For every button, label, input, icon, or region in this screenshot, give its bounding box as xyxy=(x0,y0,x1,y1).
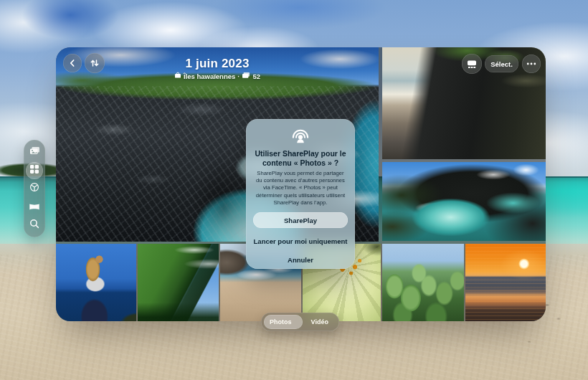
photos-tab-sidebar xyxy=(24,140,45,237)
albums-grid-icon xyxy=(29,164,39,177)
spatial-sphere-icon xyxy=(29,182,39,195)
tab-photos[interactable]: Photos xyxy=(261,318,300,326)
sidebar-item-spatial[interactable] xyxy=(26,180,43,197)
photo-black-rock-cove[interactable] xyxy=(382,162,546,241)
start-for-me-only-button[interactable]: Lancer pour moi uniquement xyxy=(253,237,348,245)
back-button[interactable] xyxy=(63,54,82,72)
cancel-button[interactable]: Annuler xyxy=(253,256,348,264)
sidebar-item-search[interactable] xyxy=(26,217,43,234)
photo-count: 52 xyxy=(252,72,260,80)
photo-sunset-beach[interactable] xyxy=(465,244,546,321)
photo-cactus[interactable] xyxy=(382,244,464,321)
select-button[interactable]: Sélect. xyxy=(485,55,518,72)
ellipsis-icon xyxy=(526,62,536,65)
sort-button[interactable] xyxy=(85,53,105,73)
separator-dot: · xyxy=(237,72,240,80)
visionos-photos-scene: 1 juin 2023 Îles hawaïennes · 52 xyxy=(0,0,588,380)
sidebar-item-albums[interactable] xyxy=(26,162,43,179)
header-subtitle: Îles hawaïennes · 52 xyxy=(56,72,379,80)
photo-woman-overlook[interactable] xyxy=(56,244,136,321)
search-icon xyxy=(29,219,39,232)
shareplay-confirm-button[interactable]: SharePlay xyxy=(253,212,348,228)
sidebar-item-panoramas[interactable] xyxy=(26,199,43,216)
more-button[interactable] xyxy=(522,54,541,73)
shareplay-icon xyxy=(253,127,348,146)
immersive-view-icon xyxy=(466,60,478,69)
location-label: Îles hawaïennes xyxy=(184,72,235,80)
suitcase-icon xyxy=(174,72,181,80)
dialog-title: Utiliser SharePlay pour le contenu « Pho… xyxy=(253,149,348,168)
arrows-up-down-icon xyxy=(90,59,100,67)
photo-green-cliffs[interactable] xyxy=(138,244,219,321)
panorama-icon xyxy=(29,201,40,214)
dialog-body: SharePlay vous permet de partager du con… xyxy=(253,170,348,207)
chevron-left-icon xyxy=(68,59,77,67)
tab-video[interactable]: Vidéo xyxy=(300,318,340,326)
photos-library-icon xyxy=(29,146,40,158)
photo-stack-icon xyxy=(242,72,250,80)
shareplay-dialog: Utiliser SharePlay pour le contenu « Pho… xyxy=(246,119,355,269)
sidebar-item-library[interactable] xyxy=(26,143,43,161)
media-type-segmented-control: Photos Vidéo xyxy=(261,313,339,331)
immersive-view-button[interactable] xyxy=(462,54,482,74)
